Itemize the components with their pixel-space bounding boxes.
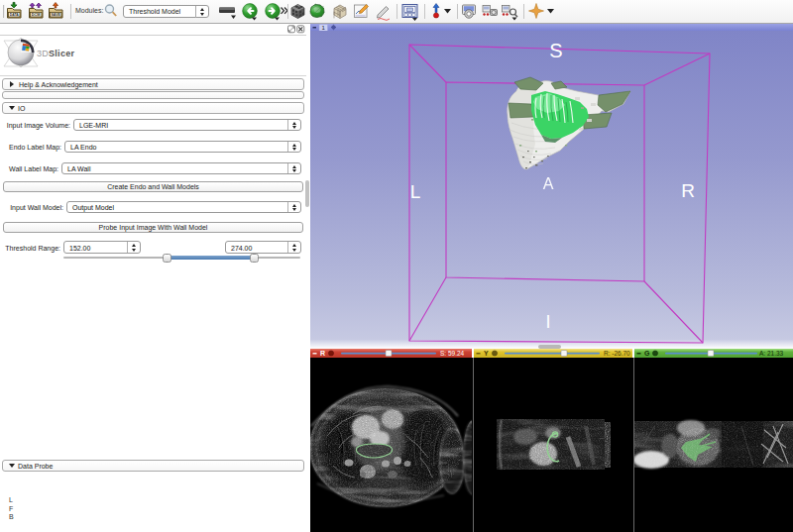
svg-text:A: A [543, 175, 554, 192]
svg-text:Slicer: Slicer [49, 49, 75, 58]
svg-text:G: G [644, 350, 650, 357]
svg-text:R: -26.70: R: -26.70 [604, 350, 630, 357]
svg-text:DCM: DCM [32, 13, 41, 17]
svg-text:S: 59.24: S: 59.24 [440, 350, 465, 357]
svg-text:S: S [549, 40, 562, 61]
svg-text:I: I [545, 312, 550, 332]
svg-text:SAVE: SAVE [51, 13, 60, 17]
svg-text:DATA: DATA [10, 13, 19, 17]
svg-text:L: L [410, 181, 421, 202]
svg-text:Y: Y [484, 350, 489, 357]
svg-text:3D: 3D [37, 49, 49, 58]
svg-text:R: R [320, 350, 325, 357]
svg-text:R: R [681, 180, 695, 201]
svg-text:A: 21.33: A: 21.33 [759, 350, 784, 357]
